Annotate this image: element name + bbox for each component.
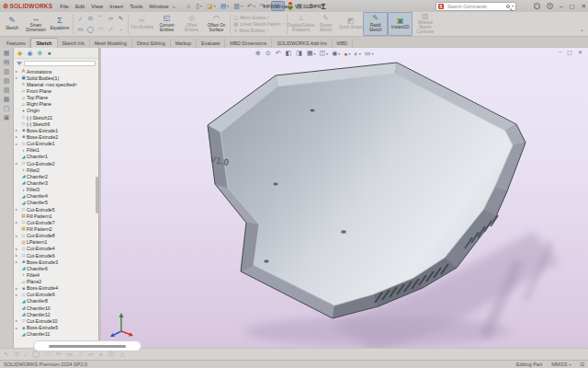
feature-tree-item[interactable]: Fill Pattern1 [14, 213, 96, 219]
scrollbar-thumb[interactable] [49, 345, 126, 348]
command-tab[interactable]: Sketch Ink [58, 39, 90, 48]
graphics-viewport[interactable]: V1.0 ⊕ ⊙ ↶ ◧ ◨ ▦▾ [101, 48, 588, 348]
command-tab[interactable]: Markup [171, 39, 197, 48]
dropdown-arrow-icon[interactable]: ▾ [371, 52, 373, 56]
feature-tree-item[interactable]: ▸ Cut-Extrude7 [14, 219, 96, 225]
command-stacked-button[interactable]: ▣ Instant2D [388, 12, 413, 36]
command-stacked-button[interactable]: ◠ Offset On Surface [204, 12, 229, 36]
hud-button[interactable]: ◨ [296, 50, 303, 57]
search-commands-input[interactable] [446, 3, 504, 10]
feature-tree-item[interactable]: Fillet2 [14, 167, 96, 173]
feature-tree-item[interactable]: ▸ Annotations [14, 68, 96, 75]
feature-tree-item[interactable]: Chamfer8 [14, 298, 96, 305]
sketch-tool-button[interactable]: ◠ [98, 26, 104, 33]
doc-minimize-button[interactable]: ‒ [559, 49, 561, 55]
dropdown-arrow-icon[interactable]: ▾ [315, 4, 317, 8]
feature-tree-item[interactable]: ▸ Cut-Extrude10 [14, 317, 96, 324]
menu-item[interactable]: File [60, 4, 69, 9]
feature-tree-item[interactable]: Chamfer5 [14, 200, 96, 206]
tree-filter-input[interactable] [24, 61, 96, 66]
dock-icon[interactable]: ▤ [4, 59, 10, 65]
panel-tab-icon[interactable]: ⊕ [38, 50, 43, 56]
dock-icon[interactable]: ▧ [4, 77, 10, 84]
feature-tree-item[interactable]: Chamfer12 [14, 311, 96, 317]
hud-button[interactable]: ⊕ [255, 50, 262, 57]
feature-tree-item[interactable]: Top Plane [14, 95, 96, 101]
feature-tree-item[interactable]: (-) Sketch21 [14, 114, 96, 121]
feature-tree-item[interactable]: Fillet4 [14, 271, 96, 278]
command-stacked-button[interactable]: ◱ Convert Entities [154, 12, 179, 36]
units-selector[interactable]: MMGS▾ [551, 362, 571, 367]
feature-tree-item[interactable]: LPattern1 [14, 239, 96, 246]
feature-tree-item[interactable]: ▸ Cut-Extrude6 [14, 252, 96, 259]
command-row-button[interactable]: ✛ Move Entities ▾ [233, 28, 284, 33]
search-commands-box[interactable]: S ▾ [435, 2, 516, 11]
feature-tree-item[interactable]: Chamfer1 [14, 154, 96, 160]
dropdown-arrow-icon[interactable]: ▾ [266, 4, 268, 8]
quick-access-button[interactable]: ▤▾ [219, 1, 232, 11]
dropdown-arrow-icon[interactable]: ▾ [359, 52, 361, 56]
command-tab[interactable]: Evaluate [197, 39, 225, 48]
doc-close-button[interactable]: ✕ [578, 49, 582, 55]
menu-pin-icon[interactable]: » [173, 4, 175, 9]
command-tab[interactable]: Sketch [30, 38, 57, 48]
panel-tab-icon[interactable]: ◆ [17, 50, 22, 56]
units-dropdown-icon[interactable]: ▾ [569, 362, 571, 367]
hud-button[interactable]: ⊙ [266, 50, 272, 57]
feature-tree-item[interactable]: Chamfer6 [14, 265, 96, 271]
menu-item[interactable]: Tools [130, 4, 142, 9]
feature-tree-item[interactable]: Material <not specified> [14, 81, 96, 87]
command-large-button[interactable]: Σ Equations [48, 12, 72, 36]
feature-tree-item[interactable]: Chamfer11 [14, 331, 96, 338]
sketch-tool-button[interactable]: ∕ [80, 16, 81, 22]
command-stacked-button[interactable]: ⊥ Display/Delete Relations [288, 12, 313, 36]
command-tab[interactable]: SOLIDWORKS Add-Ins [272, 39, 332, 48]
feature-tree-item[interactable]: ▸ Boss-Extrude5 [14, 324, 96, 330]
feature-tree-item[interactable]: ▸ Boss-Extrude3 [14, 259, 96, 265]
feature-tree-item[interactable]: Fill Pattern2 [14, 225, 96, 232]
quick-access-button[interactable] [286, 1, 294, 11]
command-stacked-button[interactable]: ◎ Offset Entities [179, 12, 204, 36]
quick-access-button[interactable]: ↖▾ [271, 1, 285, 11]
feature-tree-item[interactable]: Front Plane [14, 87, 96, 94]
panel-tab-icon[interactable]: ● [47, 50, 51, 56]
quick-access-button[interactable]: Σ [320, 1, 330, 11]
sketch-tool-button[interactable]: · [119, 27, 121, 33]
command-tab[interactable]: MBD [333, 39, 354, 48]
command-large-button[interactable]: ✎ Sketch [0, 12, 24, 36]
command-row-button[interactable]: ▦ Linear Sketch Pattern ▾ [233, 21, 284, 27]
feature-tree-item[interactable]: Fillet1 [14, 147, 96, 154]
sketch-tool-button[interactable]: ✎ [119, 15, 123, 22]
sketch-tool-button[interactable]: ▱ [108, 15, 113, 22]
command-stacked-button[interactable]: ◩ Quick Snaps [338, 12, 363, 36]
search-icon[interactable] [506, 5, 510, 8]
feature-tree-item[interactable]: (-) Sketch6 [14, 121, 96, 127]
dropdown-arrow-icon[interactable]: ▾ [227, 4, 229, 8]
feature-tree-item[interactable]: ▸ Cut-Extrude8 [14, 233, 96, 239]
feature-tree-item[interactable]: Chamfer2 [14, 173, 96, 179]
feature-tree-item[interactable]: Plane2 [14, 279, 96, 285]
hud-button[interactable]: ●▾ [344, 51, 350, 57]
quick-access-button[interactable]: ▤ [295, 1, 306, 11]
tree-scrollbar[interactable] [96, 177, 98, 213]
menu-item[interactable]: View [91, 4, 103, 9]
hud-button[interactable]: ◧ [286, 50, 293, 57]
hud-button[interactable]: ▦▾ [307, 50, 316, 57]
help-icon[interactable]: ? [547, 3, 553, 9]
dock-icon[interactable]: ▩ [4, 96, 10, 102]
feature-tree-item[interactable]: ▸ Boss-Extrude1 [14, 127, 96, 133]
sketch-tool-button[interactable]: ⟋ [108, 26, 113, 33]
dock-icon[interactable]: ▥ [4, 68, 10, 75]
feature-tree-item[interactable]: ▸ Cut-Extrude4 [14, 246, 96, 252]
quick-access-button[interactable]: ⚙▾ [306, 1, 318, 11]
dropdown-arrow-icon[interactable]: ▾ [266, 29, 268, 32]
dropdown-arrow-icon[interactable]: ▾ [241, 4, 243, 8]
dock-icon[interactable]: ▦ [4, 50, 10, 56]
sketch-tool-button[interactable]: ⊙ [88, 15, 93, 22]
dropdown-arrow-icon[interactable]: ▾ [314, 52, 316, 56]
feature-tree-item[interactable]: ▸ Cut-Extrude1 [14, 141, 96, 147]
user-account-icon[interactable]: ◯ [534, 3, 540, 9]
collapse-toolbar-icon[interactable]: ⌃ [580, 29, 584, 35]
command-tab[interactable]: MBD Dimensions [225, 39, 272, 48]
command-tab[interactable]: Direct Editing [132, 39, 171, 48]
